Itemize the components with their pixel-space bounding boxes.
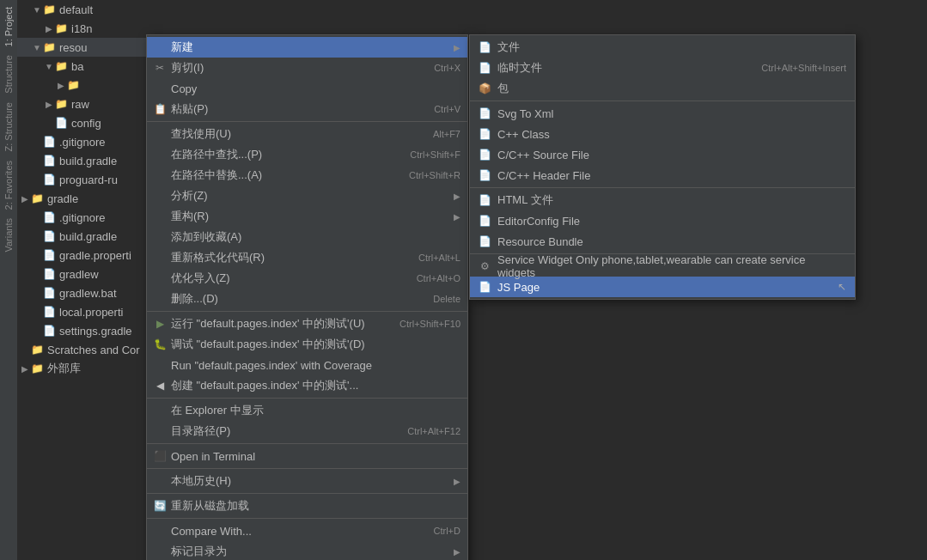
path-icon <box>152 423 168 439</box>
service-icon: ⚙ <box>477 259 492 274</box>
folder-icon: 📁 <box>43 41 56 53</box>
submenu-item-html[interactable]: 📄 HTML 文件 <box>470 190 855 210</box>
file-icon: 📄 <box>477 40 492 55</box>
sidebar-tab-project[interactable]: 1: Project <box>2 3 15 50</box>
cut-icon: ✂ <box>152 60 168 76</box>
submenu-item-temp-file[interactable]: 📄 临时文件 Ctrl+Alt+Shift+Insert <box>470 58 855 78</box>
menu-item-delete[interactable]: 删除...(D) Delete <box>147 289 467 309</box>
submenu-item-cpp-header[interactable]: 📄 C/C++ Header File <box>470 165 855 186</box>
menu-item-cut[interactable]: ✂ 剪切(I) Ctrl+X <box>147 58 467 78</box>
tree-item-label: .gitignore <box>59 136 105 149</box>
menu-item-reload[interactable]: 🔄 重新从磁盘加载 <box>147 496 467 516</box>
menu-item-replace-label: 在路径中替换...(A) <box>171 167 392 183</box>
menu-item-analyze[interactable]: 分析(Z) ▶ <box>147 186 467 206</box>
menu-item-find-usages[interactable]: 查找使用(U) Alt+F7 <box>147 124 467 144</box>
tree-item-label: gradle.properti <box>59 249 131 262</box>
menu-item-paste[interactable]: 📋 粘贴(P) Ctrl+V <box>147 99 467 119</box>
menu-item-add-favorites[interactable]: 添加到收藏(A) <box>147 227 467 247</box>
find-icon <box>152 126 168 142</box>
menu-item-cut-label: 剪切(I) <box>171 60 417 76</box>
submenu-item-resource-bundle[interactable]: 📄 Resource Bundle <box>470 231 855 252</box>
gradle-icon: 📄 <box>43 155 56 167</box>
reformat-icon <box>152 250 168 265</box>
submenu-item-cpp-source[interactable]: 📄 C/C++ Source File <box>470 144 855 165</box>
menu-item-new[interactable]: 新建 ▶ <box>147 37 467 58</box>
tree-item-label: gradle <box>47 192 78 205</box>
submenu-item-cpp-class[interactable]: 📄 C++ Class <box>470 124 855 144</box>
find-path-shortcut: Ctrl+Shift+F <box>410 149 460 160</box>
menu-item-compare-label: Compare With... <box>171 525 417 538</box>
submenu-item-editorconfig[interactable]: 📄 EditorConfig File <box>470 210 855 231</box>
menu-item-optimize-imports[interactable]: 优化导入(Z) Ctrl+Alt+O <box>147 268 467 289</box>
tree-item-label: gradlew.bat <box>59 287 117 300</box>
compare-icon <box>152 523 168 539</box>
tree-arrow: ▼ <box>31 5 43 15</box>
submenu-label-package: 包 <box>497 81 846 96</box>
submenu-label-js-page: JS Page <box>497 281 831 294</box>
submenu-item-package[interactable]: 📦 包 <box>470 78 855 99</box>
file-icon: 📄 <box>43 268 56 280</box>
menu-item-paste-label: 粘贴(P) <box>171 101 417 117</box>
tree-item-label: 外部库 <box>47 361 81 376</box>
submenu-item-service-widget[interactable]: ⚙ Service Widget Only phone,tablet,weara… <box>470 256 855 277</box>
optimize-icon <box>152 271 168 286</box>
tree-arrow: ▼ <box>31 43 43 52</box>
gradle-icon: 📄 <box>43 230 56 242</box>
tree-arrow: ▶ <box>19 194 31 204</box>
menu-item-optimize-label: 优化导入(Z) <box>171 271 399 286</box>
context-menu: 新建 ▶ ✂ 剪切(I) Ctrl+X Copy 📋 粘贴(P) Ctrl+V … <box>146 34 468 560</box>
sidebar-tab-favorites[interactable]: 2: Favorites <box>2 157 15 213</box>
history-arrow: ▶ <box>454 477 460 486</box>
editorconfig-icon: 📄 <box>477 213 492 228</box>
menu-item-add-favorites-label: 添加到收藏(A) <box>171 229 460 245</box>
tree-item-label: build.gradle <box>59 230 117 243</box>
menu-item-mark-dir[interactable]: 标记目录为 ▶ <box>147 541 467 560</box>
gradle-icon: 📄 <box>43 325 56 337</box>
submenu-label-file: 文件 <box>497 40 846 55</box>
menu-item-find-path-label: 在路径中查找...(P) <box>171 147 393 162</box>
terminal-icon: ⬛ <box>152 448 168 464</box>
menu-item-find-in-path[interactable]: 在路径中查找...(P) Ctrl+Shift+F <box>147 144 467 165</box>
menu-item-debug-test[interactable]: 🐛 调试 "default.pages.index' 中的测试'(D) <box>147 334 467 355</box>
submenu-label-html: HTML 文件 <box>497 192 846 208</box>
menu-item-terminal-label: Open in Terminal <box>171 450 460 463</box>
menu-item-refactor[interactable]: 重构(R) ▶ <box>147 206 467 227</box>
menu-item-copy[interactable]: Copy <box>147 78 467 99</box>
menu-item-dir-path[interactable]: 目录路径(P) Ctrl+Alt+F12 <box>147 421 467 441</box>
cpp-header-icon: 📄 <box>477 167 492 183</box>
sidebar-tab-structure[interactable]: Structure <box>2 52 15 97</box>
menu-item-path-label: 目录路径(P) <box>171 423 390 439</box>
menu-item-show-explorer[interactable]: 在 Explorer 中显示 <box>147 400 467 421</box>
menu-item-local-history[interactable]: 本地历史(H) ▶ <box>147 471 467 491</box>
menu-item-open-terminal[interactable]: ⬛ Open in Terminal <box>147 446 467 466</box>
menu-item-explorer-label: 在 Explorer 中显示 <box>171 403 460 418</box>
run-shortcut: Ctrl+Shift+F10 <box>399 319 460 329</box>
menu-item-reformat[interactable]: 重新格式化代码(R) Ctrl+Alt+L <box>147 247 467 268</box>
cursor-area: ↖ <box>838 281 846 293</box>
menu-item-replace-in-path[interactable]: 在路径中替换...(A) Ctrl+Shift+R <box>147 165 467 186</box>
git-icon: 📄 <box>43 211 56 223</box>
tree-arrow: ▼ <box>43 62 55 71</box>
menu-item-run-coverage[interactable]: Run "default.pages.index' with Coverage <box>147 355 467 375</box>
menu-item-run-test-label: 运行 "default.pages.index' 中的测试'(U) <box>171 316 382 332</box>
menu-item-create-test[interactable]: ◀ 创建 "default.pages.index' 中的测试'... <box>147 375 467 396</box>
tree-arrow: ▶ <box>43 100 55 109</box>
reload-icon: 🔄 <box>152 498 168 514</box>
submenu-item-js-page[interactable]: 📄 JS Page ↖ <box>470 277 855 297</box>
replace-icon <box>152 167 168 183</box>
analyze-arrow: ▶ <box>454 192 460 201</box>
submenu-item-svg-xml[interactable]: 📄 Svg To Xml <box>470 103 855 124</box>
tree-item-default[interactable]: ▼ 📁 default <box>17 0 309 19</box>
sidebar-tab-variants[interactable]: Variants <box>2 215 15 256</box>
folder-icon: 📁 <box>31 192 44 204</box>
compare-shortcut: Ctrl+D <box>434 526 460 536</box>
tree-item-label: build.gradle <box>59 155 117 167</box>
sidebar-tab-z-structure[interactable]: Z: Structure <box>2 99 15 155</box>
submenu-item-file[interactable]: 📄 文件 <box>470 37 855 58</box>
menu-item-delete-label: 删除...(D) <box>171 291 416 307</box>
menu-item-run-test[interactable]: ▶ 运行 "default.pages.index' 中的测试'(U) Ctrl… <box>147 313 467 334</box>
optimize-shortcut: Ctrl+Alt+O <box>417 273 460 283</box>
menu-item-compare[interactable]: Compare With... Ctrl+D <box>147 520 467 541</box>
path-shortcut: Ctrl+Alt+F12 <box>407 426 460 436</box>
submenu-arrow: ▶ <box>454 43 460 52</box>
